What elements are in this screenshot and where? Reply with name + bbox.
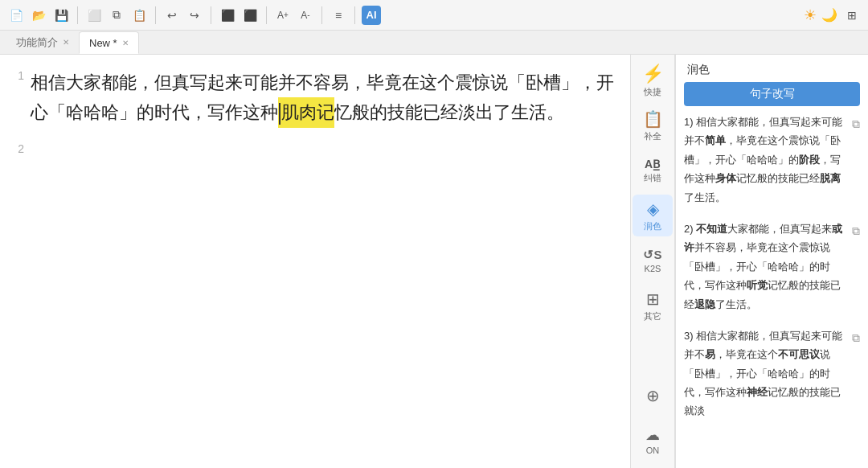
result2-text5: 了生活。: [715, 298, 757, 310]
result2-bold3: 听觉: [747, 279, 768, 291]
toolbar: 📄 📂 💾 ⬜ ⧉ 📋 ↩ ↪ ⬛ ⬛ A+ A- ≡ AI ☀ 🌙 ⊞: [0, 0, 868, 31]
proofread-icon: AB̲: [645, 158, 661, 170]
result2-num: 2): [684, 223, 696, 235]
sidebar-btn-supplement[interactable]: 📋 补全: [633, 105, 673, 146]
divider-2: [155, 6, 156, 24]
line-number-1: 1: [8, 68, 24, 128]
result1-bold2: 阶段: [799, 154, 820, 166]
result1-bold1: 简单: [705, 134, 726, 146]
cursor-highlight: 肌肉记: [278, 97, 334, 127]
tab-new-close[interactable]: ✕: [122, 39, 129, 47]
line-content-2[interactable]: [31, 141, 614, 155]
run-icon: ⚡: [642, 64, 664, 84]
redo-icon[interactable]: ↪: [185, 6, 204, 25]
result3-bold3: 神经: [747, 386, 768, 398]
right-panel: 润色 句子改写 1) 相信大家都能，但真写起来可能并不简单，毕竟在这个震惊说「卧…: [675, 55, 868, 468]
k2s-label: K2S: [645, 264, 661, 273]
divider-3: [211, 6, 211, 24]
toolbar-right: ☀ 🌙 ⊞: [804, 6, 862, 25]
supplement-icon: 📋: [643, 109, 663, 129]
more-label: 其它: [644, 310, 661, 322]
result1-text4: 记忆般的技能已经: [736, 172, 820, 184]
result2-bold1: 不知道: [696, 223, 727, 235]
divider-4: [266, 6, 267, 24]
result-item-1: 1) 相信大家都能，但真写起来可能并不简单，毕竟在这个震惊说「卧槽」，开心「哈哈…: [684, 113, 860, 207]
new-file-icon[interactable]: 📄: [6, 6, 26, 25]
import-icon: ⊕: [646, 386, 660, 405]
main-area: 1 相信大家都能，但真写起来可能并不容易，毕竟在这个震惊说「卧槽」，开心「哈哈哈…: [0, 55, 868, 468]
result1-copy-icon[interactable]: ⧉: [852, 114, 860, 134]
result1-num: 1): [684, 116, 696, 128]
result1-bold3: 身体: [715, 172, 736, 184]
copy-icon[interactable]: ⧉: [107, 6, 126, 25]
theme-sun-icon[interactable]: ☀: [804, 6, 817, 24]
cloud-icon: ☁: [645, 426, 660, 444]
tab-intro[interactable]: 功能简介 ✕: [6, 31, 79, 54]
run-label: 快捷: [644, 86, 661, 98]
tab-new[interactable]: New * ✕: [79, 31, 139, 54]
open-file-icon[interactable]: 📂: [29, 6, 48, 25]
sidebar-bottom: ⊕ ☁ ON: [631, 373, 674, 468]
proofread-label: 纠错: [644, 172, 661, 184]
right-panel-title: 润色: [676, 55, 868, 82]
k2s-icon: ↺S: [643, 248, 661, 262]
line-content-1[interactable]: 相信大家都能，但真写起来可能并不容易，毕竟在这个震惊说「卧槽」，开心「哈哈哈」的…: [31, 68, 614, 128]
polish-label: 润色: [644, 220, 661, 232]
sidebar-btn-k2s[interactable]: ↺S K2S: [633, 240, 673, 281]
divider-1: [77, 6, 78, 24]
result2-text2: 大家都能，但真写起来: [727, 223, 832, 235]
font-up-icon[interactable]: A+: [273, 6, 293, 25]
undo-icon[interactable]: ↩: [162, 6, 182, 25]
result3-text2: ，毕竟在这个: [715, 348, 778, 360]
sidebar-btn-more[interactable]: ⊞ 其它: [633, 285, 673, 326]
document-area[interactable]: 1 相信大家都能，但真写起来可能并不容易，毕竟在这个震惊说「卧槽」，开心「哈哈哈…: [0, 55, 630, 468]
line-number-2: 2: [8, 141, 24, 155]
doc-line-2: 2: [8, 141, 614, 155]
result-item-3: 3) 相信大家都能，但真写起来可能并不易，毕竟在这个不可思议说「卧槽」，开心「哈…: [684, 326, 860, 421]
doc-line-1: 1 相信大家都能，但真写起来可能并不容易，毕竟在这个震惊说「卧槽」，开心「哈哈哈…: [8, 68, 614, 128]
divider-5: [321, 6, 322, 24]
tab-intro-label: 功能简介: [16, 35, 58, 50]
line1-text-before: 相信大家都能，但真写起来可能并不容易，毕竟在这个震惊说「卧槽」，开心「哈哈哈」的…: [31, 72, 614, 122]
crop-icon[interactable]: ⬜: [84, 6, 104, 25]
polish-icon: ◈: [647, 199, 659, 219]
sidebar-btn-polish[interactable]: ◈ 润色: [633, 195, 673, 236]
result3-bold2: 不可思议: [778, 348, 820, 360]
ai-button[interactable]: AI: [362, 6, 381, 25]
divider-6: [354, 6, 355, 24]
result2-copy-icon[interactable]: ⧉: [852, 221, 860, 241]
result3-bold1: 易: [705, 348, 715, 360]
result1-text5: 了生活。: [684, 191, 726, 203]
tab-intro-close[interactable]: ✕: [63, 38, 69, 47]
layout-icon[interactable]: ⊞: [842, 6, 862, 25]
result2-bold4: 退隐: [694, 298, 715, 310]
sidebar-btn-run[interactable]: ⚡ 快捷: [633, 60, 673, 101]
cloud-label: ON: [646, 445, 660, 455]
text-cursor: [279, 103, 280, 124]
result3-copy-icon[interactable]: ⧉: [852, 328, 860, 348]
paste-icon[interactable]: 📋: [129, 6, 149, 25]
more-icon: ⊞: [646, 289, 660, 309]
theme-moon-icon[interactable]: 🌙: [821, 7, 837, 23]
tabs-bar: 功能简介 ✕ New * ✕: [0, 31, 868, 55]
format-icon1[interactable]: ⬛: [218, 6, 237, 25]
right-panel-tab[interactable]: 句子改写: [684, 82, 860, 106]
right-panel-content[interactable]: 1) 相信大家都能，但真写起来可能并不简单，毕竟在这个震惊说「卧槽」，开心「哈哈…: [676, 113, 868, 468]
format-icon2[interactable]: ⬛: [240, 6, 260, 25]
result-item-2: 2) 不知道大家都能，但真写起来或许并不容易，毕竟在这个震惊说「卧槽」，开心「哈…: [684, 220, 860, 314]
sidebar-btn-import[interactable]: ⊕: [633, 375, 673, 417]
align-icon[interactable]: ≡: [329, 6, 348, 25]
sidebar-btn-proofread[interactable]: AB̲ 纠错: [633, 150, 673, 191]
supplement-label: 补全: [644, 130, 661, 142]
sidebar-btn-cloud[interactable]: ☁ ON: [633, 420, 673, 462]
save-file-icon[interactable]: 💾: [51, 6, 71, 25]
result3-num: 3): [684, 330, 696, 342]
result1-bold4: 脱离: [820, 172, 841, 184]
font-down-icon[interactable]: A-: [296, 6, 315, 25]
sidebar-icons: ⚡ 快捷 📋 补全 AB̲ 纠错 ◈ 润色 ↺S K2S ⊞ 其它 ⊕: [630, 55, 675, 468]
tab-new-label: New *: [89, 37, 117, 49]
